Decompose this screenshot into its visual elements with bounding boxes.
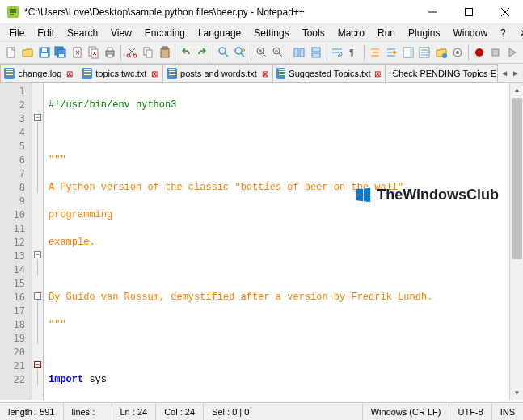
menu-view[interactable]: View bbox=[105, 26, 137, 40]
new-file-icon[interactable] bbox=[3, 44, 19, 61]
status-ins: INS bbox=[492, 403, 523, 420]
svg-rect-2 bbox=[7, 48, 15, 57]
fold-toggle-icon[interactable]: − bbox=[34, 114, 41, 121]
play-macro-icon[interactable] bbox=[504, 44, 520, 61]
sync-v-icon[interactable] bbox=[292, 44, 307, 61]
menu-plugins[interactable]: Plugins bbox=[403, 26, 445, 40]
statusbar: length : 591 lines : Ln : 24 Col : 24 Se… bbox=[0, 402, 523, 420]
cut-icon[interactable] bbox=[124, 44, 139, 61]
tab-close-icon[interactable]: ⊠ bbox=[65, 69, 74, 78]
status-lines: lines : bbox=[64, 403, 112, 420]
copy-icon[interactable] bbox=[141, 44, 156, 61]
menu-macro[interactable]: Macro bbox=[332, 26, 370, 40]
svg-rect-26 bbox=[300, 48, 304, 57]
svg-rect-1 bbox=[465, 8, 472, 15]
svg-rect-4 bbox=[41, 53, 48, 57]
maximize-button[interactable] bbox=[450, 0, 487, 23]
indent-guide-icon[interactable] bbox=[367, 44, 382, 61]
menu-run[interactable]: Run bbox=[372, 26, 401, 40]
doc-map-icon[interactable] bbox=[400, 44, 415, 61]
redo-icon[interactable] bbox=[195, 44, 210, 61]
fold-toggle-icon[interactable]: − bbox=[34, 292, 41, 300]
scrollbar-thumb[interactable] bbox=[512, 98, 522, 259]
menu-help[interactable]: ? bbox=[495, 26, 512, 40]
menu-search[interactable]: Search bbox=[61, 26, 103, 40]
menu-file[interactable]: File bbox=[3, 26, 30, 40]
file-icon bbox=[4, 68, 15, 79]
file-icon bbox=[82, 68, 92, 79]
file-icon bbox=[276, 68, 285, 79]
menu-settings[interactable]: Settings bbox=[248, 26, 294, 40]
svg-point-37 bbox=[475, 48, 483, 57]
menu-encoding[interactable]: Encoding bbox=[139, 26, 191, 40]
close-doc-icon[interactable]: ✕ bbox=[513, 27, 523, 39]
open-file-icon[interactable] bbox=[19, 44, 35, 61]
tab-close-icon[interactable]: ⊠ bbox=[150, 69, 159, 78]
vertical-scrollbar[interactable]: ▲ ▼ bbox=[509, 83, 523, 400]
paste-icon[interactable] bbox=[157, 44, 172, 61]
user-lang-icon[interactable] bbox=[384, 44, 399, 61]
svg-rect-38 bbox=[492, 49, 499, 56]
tab-scroll-left-icon[interactable]: ◄ bbox=[500, 69, 508, 78]
app-icon bbox=[6, 6, 19, 19]
close-file-icon[interactable] bbox=[70, 44, 85, 61]
line-number-gutter: 12345678910111213141516171819202122 bbox=[0, 83, 32, 400]
svg-rect-25 bbox=[294, 48, 298, 57]
sync-h-icon[interactable] bbox=[308, 44, 323, 61]
record-macro-icon[interactable] bbox=[471, 44, 487, 61]
code-area[interactable]: #!/usr/bin/env python3 """ A Python vers… bbox=[44, 83, 523, 400]
svg-rect-32 bbox=[410, 48, 413, 57]
svg-rect-13 bbox=[108, 48, 112, 51]
save-icon[interactable] bbox=[36, 44, 52, 61]
wordwrap-icon[interactable] bbox=[329, 44, 344, 61]
titlebar: *C:\Users\Love\Desktop\sample python fil… bbox=[0, 0, 523, 24]
menu-language[interactable]: Language bbox=[192, 26, 247, 40]
svg-point-21 bbox=[219, 48, 226, 54]
tab-scroll-right-icon[interactable]: ► bbox=[512, 69, 520, 78]
close-button[interactable] bbox=[487, 0, 523, 23]
menubar: File Edit Search View Encoding Language … bbox=[0, 24, 523, 41]
tab-posts-words[interactable]: posts and words.txt⊠ bbox=[162, 64, 273, 82]
stop-macro-icon[interactable] bbox=[487, 44, 503, 61]
svg-rect-5 bbox=[42, 48, 47, 52]
fold-gutter[interactable]: − − − − bbox=[32, 83, 44, 400]
minimize-button[interactable] bbox=[414, 0, 450, 23]
tab-change-log[interactable]: change.log⊠ bbox=[0, 64, 78, 82]
close-all-icon[interactable] bbox=[86, 44, 101, 61]
window-title: *C:\Users\Love\Desktop\sample python fil… bbox=[24, 6, 414, 18]
replace-icon[interactable] bbox=[233, 44, 248, 61]
editor[interactable]: 12345678910111213141516171819202122 − − … bbox=[0, 83, 523, 400]
tab-close-icon[interactable]: ⊠ bbox=[260, 69, 269, 78]
status-sel: Sel : 0 | 0 bbox=[204, 403, 363, 420]
scroll-down-icon[interactable]: ▼ bbox=[510, 386, 523, 400]
undo-icon[interactable] bbox=[178, 44, 193, 61]
menu-window[interactable]: Window bbox=[447, 26, 493, 40]
monitoring-icon[interactable] bbox=[449, 44, 465, 61]
svg-rect-28 bbox=[312, 53, 320, 57]
print-icon[interactable] bbox=[103, 44, 118, 61]
tabbar: change.log⊠ topics twc.txt⊠ posts and wo… bbox=[0, 64, 523, 83]
func-list-icon[interactable] bbox=[417, 44, 432, 61]
tab-close-icon[interactable]: ⊠ bbox=[374, 69, 382, 78]
tab-pending-topics[interactable]: Check PENDING Topics E bbox=[385, 64, 498, 82]
find-icon[interactable] bbox=[216, 44, 231, 61]
svg-rect-14 bbox=[108, 54, 112, 57]
menu-edit[interactable]: Edit bbox=[32, 26, 60, 40]
tab-suggested-topics[interactable]: Suggested Topics.txt⊠ bbox=[272, 64, 386, 82]
show-all-chars-icon[interactable]: ¶ bbox=[346, 44, 361, 61]
svg-rect-18 bbox=[146, 50, 152, 57]
toolbar: ¶ bbox=[0, 41, 523, 64]
status-length: length : 591 bbox=[0, 403, 64, 420]
tab-topics-twc[interactable]: topics twc.txt⊠ bbox=[78, 64, 163, 82]
zoom-in-icon[interactable] bbox=[254, 44, 269, 61]
svg-point-22 bbox=[235, 48, 242, 54]
folder-workspace-icon[interactable] bbox=[433, 44, 449, 61]
fold-toggle-icon[interactable]: − bbox=[34, 361, 41, 368]
zoom-out-icon[interactable] bbox=[270, 44, 285, 61]
svg-rect-20 bbox=[162, 47, 167, 49]
fold-toggle-icon[interactable]: − bbox=[34, 251, 41, 258]
menu-tools[interactable]: Tools bbox=[297, 26, 331, 40]
scroll-up-icon[interactable]: ▲ bbox=[510, 83, 523, 97]
status-col: Col : 24 bbox=[156, 403, 204, 420]
save-all-icon[interactable] bbox=[53, 44, 68, 61]
